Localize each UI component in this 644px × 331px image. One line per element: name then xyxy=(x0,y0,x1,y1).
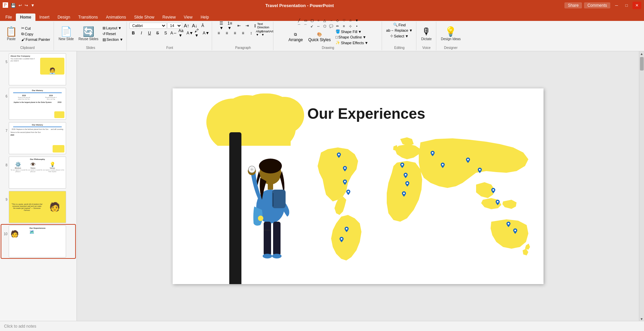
shape-curve[interactable]: ⌒ xyxy=(296,23,302,29)
font-size-select[interactable]: 14 xyxy=(167,23,182,29)
notes-bar[interactable]: Click to add notes xyxy=(0,321,644,331)
shape-misc[interactable]: ⊹ xyxy=(347,23,353,29)
cut-button[interactable]: ✂Cut xyxy=(20,26,52,31)
quick-access-save[interactable]: 💾 xyxy=(11,3,16,8)
tab-view[interactable]: View xyxy=(180,13,197,21)
format-painter-button[interactable]: 🖌Format Painter xyxy=(20,37,52,42)
tab-animations[interactable]: Animations xyxy=(102,13,130,21)
shape-dbl-arrow[interactable]: ↔ xyxy=(315,23,321,29)
shape-conn[interactable]: ⌒ xyxy=(302,23,309,29)
shape-rect[interactable]: ▭ xyxy=(302,18,309,23)
shape-callout[interactable]: 💬 xyxy=(328,23,334,29)
shape-heart[interactable]: ♡ xyxy=(341,18,347,23)
shape-pentagon[interactable]: ⬠ xyxy=(322,23,328,29)
quick-access-undo[interactable]: ↩ xyxy=(19,3,22,8)
scroll-thumb[interactable] xyxy=(640,57,644,71)
section-button[interactable]: ▤ Section ▼ xyxy=(101,37,125,42)
shapes-more[interactable]: ▼ xyxy=(354,18,360,23)
find-button[interactable]: 🔍 Find xyxy=(392,22,407,27)
slide-item-7[interactable]: 7 Our History 2018: Neptune is the farth… xyxy=(1,121,75,155)
shadow-btn[interactable]: S xyxy=(162,30,169,36)
tab-file[interactable]: File xyxy=(1,13,16,21)
scroll-down-btn[interactable]: ▼ xyxy=(640,317,643,321)
clear-format-btn[interactable]: Ā xyxy=(199,22,206,29)
quick-styles-button[interactable]: 🎨 Quick Styles xyxy=(306,31,333,43)
slide-item-9[interactable]: 9 "This is a quote, words full of wisdom… xyxy=(1,190,75,224)
bullets-btn[interactable]: ☰ ▼ xyxy=(219,22,227,29)
shape-oval[interactable]: ○ xyxy=(315,18,321,23)
convert-smartart-btn[interactable]: SmartArt ▼ xyxy=(264,30,271,36)
close-btn[interactable]: ✕ xyxy=(633,2,641,9)
paragraph-label: Paragraph xyxy=(235,46,251,50)
font-row-2: B I U S S A↔ Aa ▼ A▼ 🖍▼ A▼ xyxy=(129,30,210,36)
shapes-grid: ╱ ▭ ▢ ○ △ → ◇ ♡ ☆ ▼ ⌒ ⌒ ↙ ↔ ⬠ 💬 ✏ ≡ ⊹ • xyxy=(296,18,360,29)
shape-star[interactable]: ☆ xyxy=(347,18,353,23)
shape-arrow[interactable]: → xyxy=(328,18,334,23)
tab-design[interactable]: Design xyxy=(54,13,74,21)
shape-effects-btn[interactable]: ✨ Shape Effects ▼ xyxy=(334,40,370,45)
text-direction-btn[interactable]: Text Direction xyxy=(260,22,267,29)
line-spacing-btn[interactable]: ↕ xyxy=(247,30,255,36)
font-color2-btn[interactable]: A▼ xyxy=(202,30,210,36)
quick-access-redo[interactable]: ↪ xyxy=(25,3,28,8)
comments-button[interactable]: Comments xyxy=(584,2,610,8)
reset-button[interactable]: ↺ Reset xyxy=(101,31,125,36)
tab-home[interactable]: Home xyxy=(16,13,35,21)
slide-panel: 5 About Our Company You could enter a su… xyxy=(0,51,77,321)
slide-item-8[interactable]: 8 Our Philosophy ⚙️ Mission No one rejec… xyxy=(1,156,75,189)
align-left-btn[interactable]: ≡ xyxy=(215,30,223,36)
slide-item-5[interactable]: 5 About Our Company You could enter a su… xyxy=(1,53,75,86)
select-button[interactable]: ⊹ Select ▼ xyxy=(389,33,410,38)
font-grow-btn[interactable]: A↑ xyxy=(183,22,190,29)
current-slide[interactable]: Our Experiences xyxy=(173,88,544,284)
font-name-select[interactable]: Calibri xyxy=(129,23,167,29)
slide-item-6[interactable]: 6 Our History 2018 Venus is the second p… xyxy=(1,87,75,120)
tab-insert[interactable]: Insert xyxy=(35,13,54,21)
new-slide-button[interactable]: 📄 New Slide xyxy=(57,22,76,45)
replace-button[interactable]: ab→ Replace ▼ xyxy=(385,28,414,33)
bold-btn[interactable]: B xyxy=(129,30,137,36)
align-center-btn[interactable]: ≡ xyxy=(223,30,231,36)
justify-btn[interactable]: ≡ xyxy=(239,30,247,36)
slide-item-10[interactable]: 10 Our Experiences 🧑 🗺️ xyxy=(1,225,75,258)
paste-button[interactable]: 📋 Paste xyxy=(3,22,19,45)
copy-button[interactable]: ⧉Copy xyxy=(20,31,52,36)
highlight-color-btn[interactable]: 🖍▼ xyxy=(194,30,202,36)
tab-help[interactable]: Help xyxy=(197,13,213,21)
minimize-btn[interactable]: ─ xyxy=(612,2,621,9)
scroll-up-btn[interactable]: ▲ xyxy=(640,52,643,56)
svg-point-27 xyxy=(259,159,282,173)
increase-indent-btn[interactable]: ⇥ xyxy=(243,22,251,29)
shape-triangle[interactable]: △ xyxy=(322,18,328,23)
layout-button[interactable]: ⊞ Layout ▼ xyxy=(101,26,125,31)
align-right-btn[interactable]: ≡ xyxy=(231,30,239,36)
shape-line[interactable]: ╱ xyxy=(296,18,302,23)
quick-access-more[interactable]: ▼ xyxy=(31,3,35,8)
numbering-btn[interactable]: 1≡ ▼ xyxy=(227,22,235,29)
share-button[interactable]: Share xyxy=(564,2,582,8)
tab-review[interactable]: Review xyxy=(158,13,180,21)
tab-transitions[interactable]: Transitions xyxy=(74,13,102,21)
maximize-btn[interactable]: □ xyxy=(623,2,631,9)
shape-bent[interactable]: ↙ xyxy=(309,23,315,29)
arrange-button[interactable]: ⧉ Arrange xyxy=(287,31,305,43)
italic-btn[interactable]: I xyxy=(138,30,145,36)
shape-eq[interactable]: ≡ xyxy=(341,23,347,29)
shape-fill-btn[interactable]: 🪣 Shape Fill ▼ xyxy=(334,29,370,34)
tab-slideshow[interactable]: Slide Show xyxy=(130,13,158,21)
strikethrough-btn[interactable]: S xyxy=(154,30,161,36)
underline-btn[interactable]: U xyxy=(146,30,153,36)
char-space-btn[interactable]: A↔ xyxy=(170,30,177,36)
reuse-slides-button[interactable]: 🔄 Reuse Slides xyxy=(77,22,100,45)
shape-dot[interactable]: • xyxy=(354,23,360,29)
shape-diamond[interactable]: ◇ xyxy=(334,18,341,23)
font-shrink-btn[interactable]: A↓ xyxy=(191,22,198,29)
shape-rounded-rect[interactable]: ▢ xyxy=(309,18,315,23)
shape-outline-btn[interactable]: □ Shape Outline ▼ xyxy=(334,35,370,39)
shape-freeform[interactable]: ✏ xyxy=(334,23,341,29)
decrease-indent-btn[interactable]: ⇤ xyxy=(235,22,243,29)
font-color-btn[interactable]: A▼ xyxy=(186,30,194,36)
design-ideas-button[interactable]: 💡 Design Ideas xyxy=(439,22,463,45)
font-case-btn[interactable]: Aa ▼ xyxy=(178,30,185,36)
dictate-button[interactable]: 🎙 Dictate xyxy=(419,22,434,45)
